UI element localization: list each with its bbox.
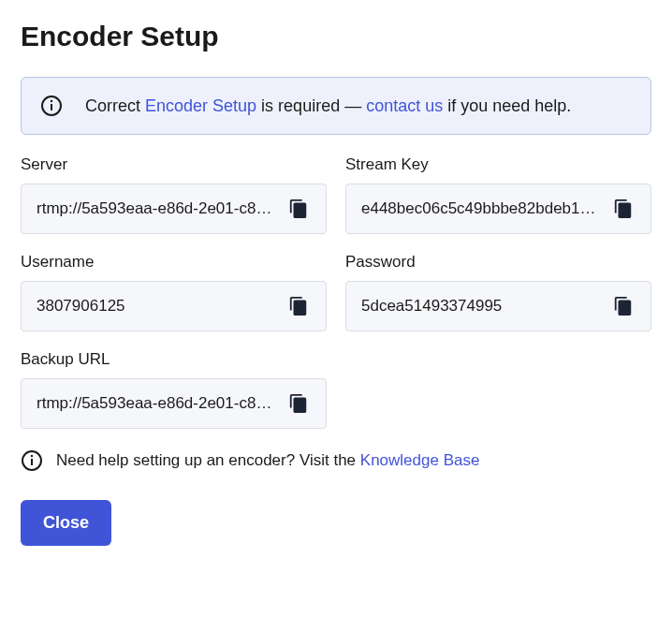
backup-url-box: rtmp://5a593eaa-e86d-2e01-c8… — [21, 378, 327, 429]
copy-server-button[interactable] — [285, 195, 313, 223]
help-text: Need help setting up an encoder? Visit t… — [56, 451, 479, 470]
help-row: Need help setting up an encoder? Visit t… — [21, 449, 651, 472]
backup-url-value: rtmp://5a593eaa-e86d-2e01-c8… — [37, 394, 285, 413]
copy-icon — [613, 296, 634, 316]
encoder-setup-link[interactable]: Encoder Setup — [145, 96, 256, 115]
copy-stream-key-button[interactable] — [609, 195, 637, 223]
copy-icon — [288, 393, 309, 414]
password-box: 5dcea51493374995 — [345, 281, 651, 331]
stream-key-field: Stream Key e448bec06c5c49bbbe82bdeb1… — [345, 155, 651, 234]
server-label: Server — [21, 155, 327, 174]
alert-text: Correct Encoder Setup is required — cont… — [85, 96, 571, 116]
contact-us-link[interactable]: contact us — [366, 96, 443, 115]
svg-point-2 — [51, 100, 52, 102]
info-icon — [40, 95, 63, 117]
server-value: rtmp://5a593eaa-e86d-2e01-c8… — [37, 199, 285, 218]
help-text-prefix: Need help setting up an encoder? Visit t… — [56, 451, 360, 469]
setup-alert: Correct Encoder Setup is required — cont… — [21, 77, 651, 135]
alert-prefix: Correct — [85, 96, 145, 115]
knowledge-base-link[interactable]: Knowledge Base — [360, 451, 480, 469]
copy-icon — [288, 296, 309, 316]
stream-key-value: e448bec06c5c49bbbe82bdeb1… — [361, 199, 609, 218]
close-button[interactable]: Close — [21, 500, 111, 546]
copy-username-button[interactable] — [285, 292, 313, 320]
copy-icon — [613, 198, 634, 219]
username-field: Username 3807906125 — [21, 253, 327, 331]
password-label: Password — [345, 253, 651, 272]
password-value: 5dcea51493374995 — [361, 297, 609, 316]
username-value: 3807906125 — [37, 297, 285, 316]
copy-password-button[interactable] — [609, 292, 637, 320]
copy-backup-url-button[interactable] — [285, 389, 313, 418]
stream-key-box: e448bec06c5c49bbbe82bdeb1… — [345, 184, 651, 234]
username-label: Username — [21, 253, 327, 272]
alert-middle: is required — — [256, 96, 366, 115]
copy-icon — [288, 198, 309, 219]
server-box: rtmp://5a593eaa-e86d-2e01-c8… — [21, 184, 327, 234]
backup-url-field: Backup URL rtmp://5a593eaa-e86d-2e01-c8… — [21, 350, 327, 429]
page-title: Encoder Setup — [21, 21, 651, 52]
server-field: Server rtmp://5a593eaa-e86d-2e01-c8… — [21, 155, 327, 234]
password-field: Password 5dcea51493374995 — [345, 253, 651, 331]
svg-point-5 — [31, 455, 33, 457]
backup-url-label: Backup URL — [21, 350, 327, 369]
info-icon — [21, 449, 43, 472]
username-box: 3807906125 — [21, 281, 327, 331]
alert-suffix: if you need help. — [443, 96, 571, 115]
stream-key-label: Stream Key — [345, 155, 651, 174]
